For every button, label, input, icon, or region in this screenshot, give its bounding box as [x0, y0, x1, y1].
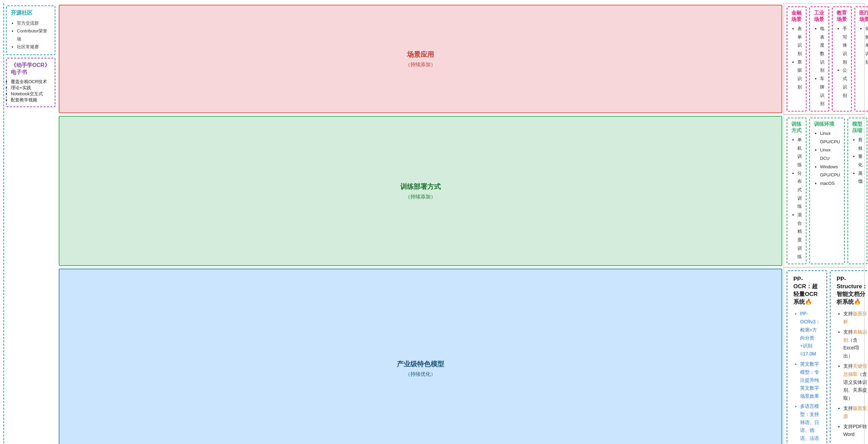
train-row: 训练方式单机训练分布式训练混合精度训练训练环境Linux GPU/CPULinu… — [784, 115, 864, 267]
scene-box: 工业场景电表度数识别车牌识别 — [809, 6, 829, 112]
list-item: 支持版面分析 — [843, 310, 868, 326]
ppocr-title: PP-OCR：超轻量OCR系统🔥 — [793, 276, 820, 306]
list-item: 量化 — [858, 152, 863, 169]
list-item: Linux GPU/CPU — [820, 129, 840, 146]
scene-box-title: 工业场景 — [814, 10, 824, 23]
label-train: 训练部署方式 （持续添加） — [59, 116, 782, 266]
scene-box-title: 教育场景 — [837, 10, 847, 23]
scene-box: 医疗场景化验单识别 — [854, 6, 868, 112]
ppstructure-title: PP-Structure：智能文档分析系统🔥 — [837, 276, 868, 306]
right-sidebar: 开源社区 官方交流群Contributor荣誉墙社区常规赛 《动手学OCR》电子… — [3, 3, 57, 444]
list-item: 社区常规赛 — [17, 43, 51, 51]
book-title: 《动手学OCR》电子书 — [11, 62, 51, 76]
model-compress-title: 模型压缩 — [852, 121, 863, 134]
train-env-box: 训练环境Linux GPU/CPULinux DCUWindows GPU/CP… — [809, 118, 845, 264]
community-block: 开源社区 官方交流群Contributor荣誉墙社区常规赛 — [6, 5, 55, 55]
scene-box: 金融场景表单识别票据识别 — [787, 6, 807, 112]
list-item: 公式识别 — [843, 66, 847, 100]
list-item: macOS — [820, 179, 840, 188]
list-item: 覆盖全栈OCR技术 — [11, 79, 51, 85]
model-compress-box: 模型压缩剪枝量化蒸馏 — [847, 118, 867, 264]
list-item: 表单识别 — [797, 25, 802, 58]
community-title: 开源社区 — [11, 9, 51, 17]
list-item: PP-OCRv3：检测+方向分类+识别=17.0M — [800, 310, 820, 358]
list-item: 单机训练 — [797, 136, 802, 169]
scene-box-title: 金融场景 — [791, 10, 802, 23]
list-item: 英文数字模型：专注提升纯英文数字场景效果 — [800, 360, 820, 400]
ppocr-box: PP-OCR：超轻量OCR系统🔥PP-OCRv3：检测+方向分类+识别=17.0… — [787, 270, 827, 444]
list-item: 电表度数识别 — [820, 25, 824, 75]
list-item: 化验单识别 — [865, 25, 868, 66]
list-item: 配套教学视频 — [11, 97, 51, 103]
list-item: 支持关键信息抽取（含语义实体识别、关系提取） — [843, 362, 868, 402]
train-content: 训练方式单机训练分布式训练混合精度训练训练环境Linux GPU/CPULinu… — [784, 115, 865, 267]
book-block: 《动手学OCR》电子书 覆盖全栈OCR技术理论+实践Notebook交互式配套教… — [6, 58, 55, 107]
list-item: 票据识别 — [797, 58, 802, 92]
ppstructure-box: PP-Structure：智能文档分析系统🔥支持版面分析支持表格识别（含Exce… — [830, 270, 868, 444]
scene-box-title: 医疗场景 — [859, 10, 868, 23]
list-item: Contributor荣誉墙 — [17, 27, 51, 43]
list-item: Linux DCU — [820, 146, 840, 163]
list-item: 理论+实践 — [11, 85, 51, 91]
list-item: 支持表格识别（含Excel导出） — [843, 328, 868, 360]
main-grid: 场景应用 （持续添加） 金融场景表单识别票据识别工业场景电表度数识别车牌识别教育… — [0, 0, 868, 444]
list-item: 支持PDF转Word — [843, 423, 868, 439]
train-method-title: 训练方式 — [791, 121, 802, 134]
list-item: Notebook交互式 — [11, 91, 51, 97]
book-list: 覆盖全栈OCR技术理论+实践Notebook交互式配套教学视频 — [11, 79, 51, 103]
list-item: 手写体识别 — [843, 25, 847, 66]
list-item: 官方交流群 — [17, 19, 51, 27]
train-method-box: 训练方式单机训练分布式训练混合精度训练 — [787, 118, 807, 264]
list-item: 混合精度训练 — [797, 211, 802, 261]
list-item: 支持版面复原 — [843, 404, 868, 421]
list-item: 多语言模型：支持韩语、日语、德语、法语等约80种语言 — [800, 402, 820, 444]
list-item: Windows GPU/CPU — [820, 163, 840, 179]
train-env-title: 训练环境 — [814, 121, 840, 127]
model-content: PP-OCR：超轻量OCR系统🔥PP-OCRv3：检测+方向分类+识别=17.0… — [784, 267, 865, 444]
scene-content: 金融场景表单识别票据识别工业场景电表度数识别车牌识别教育场景手写体识别公式识别医… — [784, 3, 865, 115]
model-row: PP-OCR：超轻量OCR系统🔥PP-OCRv3：检测+方向分类+识别=17.0… — [784, 268, 864, 444]
label-scene: 场景应用 （持续添加） — [59, 5, 782, 113]
community-list: 官方交流群Contributor荣誉墙社区常规赛 — [11, 19, 51, 51]
list-item: 剪枝 — [858, 136, 863, 152]
list-item: 蒸馏 — [858, 169, 863, 186]
list-item: 分布式训练 — [797, 169, 802, 211]
label-model: 产业级特色模型 （持续优化） — [59, 269, 782, 444]
list-item: 车牌识别 — [820, 75, 824, 108]
scene-box: 教育场景手写体识别公式识别 — [832, 6, 852, 112]
scene-row: 金融场景表单识别票据识别工业场景电表度数识别车牌识别教育场景手写体识别公式识别医… — [784, 4, 864, 114]
